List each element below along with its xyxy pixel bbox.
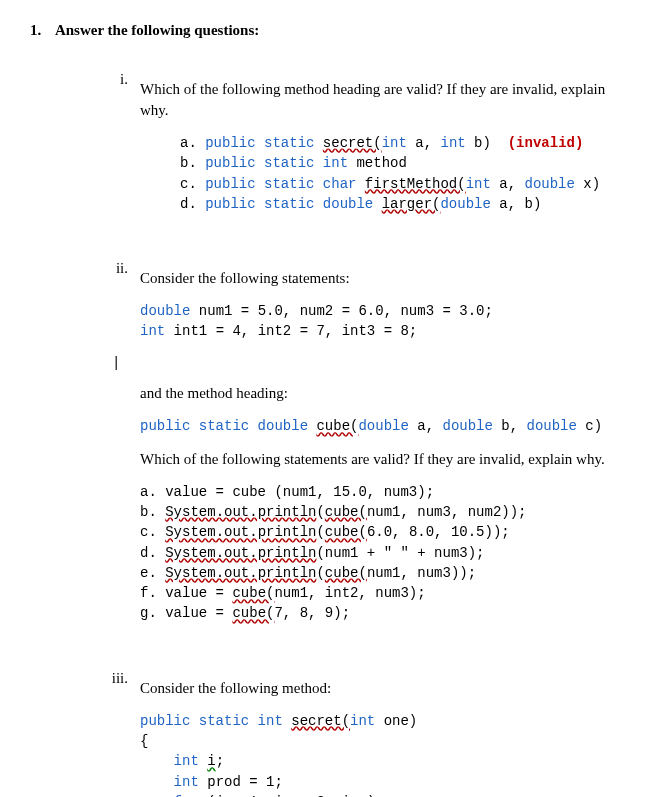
q2-b-sq2: cube( xyxy=(325,504,367,520)
q3-l4-pre xyxy=(140,774,174,790)
q3-l1-rest: one) xyxy=(375,713,417,729)
q2-decl2: int1 = 4, int2 = 7, int3 = 8; xyxy=(165,323,417,339)
q3-l4-kw: int xyxy=(174,774,199,790)
q1-c-r2: a, xyxy=(491,176,525,192)
sub-question-1: i. Which of the following method heading… xyxy=(100,69,619,226)
q3-l3-rest: ; xyxy=(216,753,224,769)
q3-l1-kw: public static int xyxy=(140,713,291,729)
q2-c-r1: ( xyxy=(316,524,324,540)
q2-prompt2: and the method heading: xyxy=(140,383,619,404)
q2-b-pre: b. xyxy=(140,504,165,520)
sub-q3-num: iii. xyxy=(100,668,140,797)
q3-l1-kw2: int xyxy=(350,713,375,729)
q2-e-r1: ( xyxy=(316,565,324,581)
q1-d-kw: public static double xyxy=(205,196,381,212)
main-q-title: Answer the following questions: xyxy=(55,22,259,38)
q2-e-sq: System.out.println xyxy=(165,565,316,581)
q1-b-pre: b. xyxy=(180,155,205,171)
q3-l1-sq: secret( xyxy=(291,713,350,729)
q2-h-kw2: double xyxy=(358,418,408,434)
q2-decl-kw1: double xyxy=(140,303,190,319)
q2-b-sq: System.out.println xyxy=(165,504,316,520)
q3-method: public static int secret(int one) { int … xyxy=(140,711,619,797)
q2-g-rest: 7, 8, 9); xyxy=(274,605,350,621)
q1-c-pre: c. xyxy=(180,176,205,192)
q2-b-r2: num1, num3, num2)); xyxy=(367,504,527,520)
q2-prompt1: Consider the following statements: xyxy=(140,268,619,289)
q2-e-r2: num1, num3)); xyxy=(367,565,476,581)
q3-l3-kw: int xyxy=(174,753,199,769)
q2-h-kw: public static double xyxy=(140,418,316,434)
q1-c-kw: public static char xyxy=(205,176,365,192)
sub-q2-num: ii. xyxy=(100,258,140,636)
q2-c-pre: c. xyxy=(140,524,165,540)
q1-a-r4: b) xyxy=(466,135,508,151)
q1-code: a. public static secret(int a, int b) (i… xyxy=(180,133,619,214)
q2-h-p2: b, xyxy=(493,418,527,434)
main-question: 1. Answer the following questions: xyxy=(30,20,619,41)
main-q-number: 1. xyxy=(30,20,52,41)
q1-d-sq: larger( xyxy=(382,196,441,212)
q2-c-sq2: cube( xyxy=(325,524,367,540)
q1-a-invalid: (invalid) xyxy=(508,135,584,151)
q3-l4-rest: prod = 1; xyxy=(199,774,283,790)
q1-a-r3: int xyxy=(440,135,465,151)
q2-cursor: | xyxy=(112,354,619,374)
q1-d-r2: a, b) xyxy=(491,196,541,212)
q2-h-p3: c) xyxy=(577,418,602,434)
q1-c-r4: x) xyxy=(575,176,600,192)
q3-prompt1: Consider the following method: xyxy=(140,678,619,699)
q2-g-pre: g. value = xyxy=(140,605,232,621)
q2-c-r2: 6.0, 8.0, 10.5)); xyxy=(367,524,510,540)
q2-g-sq: cube( xyxy=(232,605,274,621)
q1-b-kw: public static int xyxy=(205,155,356,171)
q2-heading: public static double cube(double a, doub… xyxy=(140,416,619,436)
q3-l3-pre xyxy=(140,753,174,769)
q3-l3-sp xyxy=(199,753,207,769)
sub-q1-num: i. xyxy=(100,69,140,226)
q2-decl-kw2: int xyxy=(140,323,165,339)
q2-decl: double num1 = 5.0, num2 = 6.0, num3 = 3.… xyxy=(140,301,619,342)
q1-a-r1: int xyxy=(382,135,407,151)
q2-decl1: num1 = 5.0, num2 = 6.0, num3 = 3.0; xyxy=(190,303,492,319)
q2-e-sq2: cube( xyxy=(325,565,367,581)
q3-l2: { xyxy=(140,733,148,749)
q1-a-sq: secret( xyxy=(323,135,382,151)
q1-a-pre: a. xyxy=(180,135,205,151)
q2-h-sq: cube( xyxy=(316,418,358,434)
q2-f-sq: cube( xyxy=(232,585,274,601)
q1-d-r1: double xyxy=(440,196,490,212)
q1-prompt: Which of the following method heading ar… xyxy=(140,79,619,121)
q1-c-r1: int xyxy=(466,176,491,192)
q3-l3-sq: i xyxy=(207,753,215,769)
q2-h-kw3: double xyxy=(442,418,492,434)
q1-b-rest: method xyxy=(356,155,406,171)
q2-d-pre: d. xyxy=(140,545,165,561)
sub-question-3: iii. Consider the following method: publ… xyxy=(100,668,619,797)
q2-d-rest: (num1 + " " + num3); xyxy=(316,545,484,561)
q2-d-sq: System.out.println xyxy=(165,545,316,561)
q1-a-r2: a, xyxy=(407,135,441,151)
q1-c-r3: double xyxy=(525,176,575,192)
q2-a: a. value = cube (num1, 15.0, num3); xyxy=(140,484,434,500)
q2-f-rest: num1, int2, num3); xyxy=(274,585,425,601)
sub-question-2: ii. Consider the following statements: d… xyxy=(100,258,619,636)
q2-e-pre: e. xyxy=(140,565,165,581)
q2-options: a. value = cube (num1, 15.0, num3); b. S… xyxy=(140,482,619,624)
q1-c-sq: firstMethod( xyxy=(365,176,466,192)
q2-h-kw4: double xyxy=(527,418,577,434)
q2-c-sq: System.out.println xyxy=(165,524,316,540)
q2-b-r1: ( xyxy=(316,504,324,520)
q2-h-p1: a, xyxy=(409,418,443,434)
q1-a-kw: public static xyxy=(205,135,323,151)
q2-prompt3: Which of the following statements are va… xyxy=(140,449,619,470)
q2-f-pre: f. value = xyxy=(140,585,232,601)
q1-d-pre: d. xyxy=(180,196,205,212)
